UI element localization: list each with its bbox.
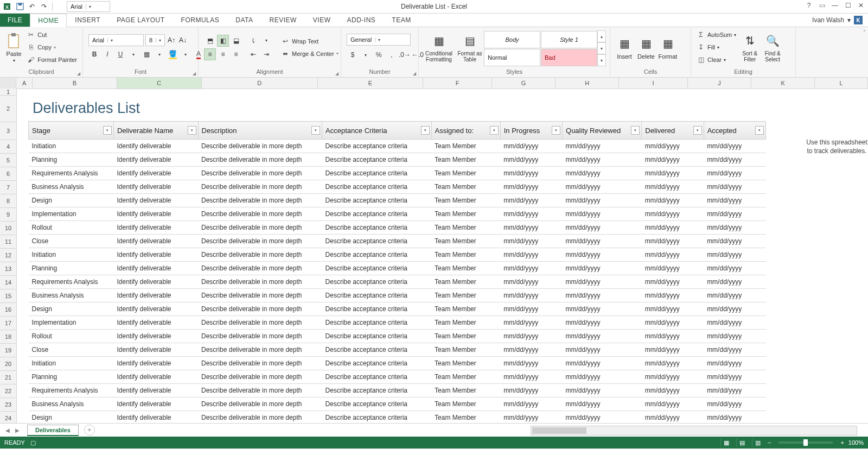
table-cell[interactable]: mm/dd/yyyy (642, 262, 704, 275)
row-header[interactable]: 15 (0, 289, 16, 303)
table-cell[interactable]: mm/dd/yyyy (500, 370, 562, 384)
row-header[interactable]: 19 (0, 344, 16, 357)
table-header[interactable]: Stage▾ (29, 122, 114, 140)
table-cell[interactable]: Close (29, 343, 114, 357)
table-cell[interactable]: mm/dd/yyyy (704, 370, 765, 384)
dialog-launcher-icon[interactable]: ◢ (77, 71, 80, 76)
table-cell[interactable]: mm/dd/yyyy (500, 153, 562, 167)
table-cell[interactable]: Describe deliverable in more depth (198, 302, 322, 316)
table-cell[interactable]: mm/dd/yyyy (563, 248, 642, 262)
new-sheet-button[interactable]: + (84, 425, 95, 436)
table-cell[interactable]: Design (29, 194, 114, 207)
row-header[interactable]: 11 (0, 235, 16, 249)
row-header[interactable]: 24 (0, 412, 16, 423)
table-cell[interactable]: Describe deliverable in more depth (198, 330, 322, 343)
tab-insert[interactable]: INSERT (67, 13, 108, 27)
table-cell[interactable]: Identify deliverable (113, 384, 198, 397)
table-cell[interactable]: Identify deliverable (113, 316, 198, 330)
fill-color-button[interactable]: 🪣 (167, 48, 178, 60)
table-row[interactable]: DesignIdentify deliverableDescribe deliv… (29, 411, 766, 424)
tab-scroll-left-icon[interactable]: ◀ (3, 426, 12, 434)
table-cell[interactable]: mm/dd/yyyy (642, 289, 704, 302)
table-cell[interactable]: mm/dd/yyyy (500, 248, 562, 262)
table-cell[interactable]: Describe deliverable in more depth (198, 140, 322, 153)
table-cell[interactable]: mm/dd/yyyy (642, 411, 704, 424)
tab-formulas[interactable]: FORMULAS (173, 13, 228, 27)
table-row[interactable]: RolloutIdentify deliverableDescribe deli… (29, 221, 766, 235)
table-row[interactable]: ImplementationIdentify deliverableDescri… (29, 316, 766, 330)
align-top-icon[interactable]: ⬒ (204, 35, 216, 47)
table-cell[interactable]: mm/dd/yyyy (642, 397, 704, 411)
tab-team[interactable]: TEAM (384, 13, 419, 27)
table-row[interactable]: Business AnalysisIdentify deliverableDes… (29, 180, 766, 194)
table-header[interactable]: In Progress▾ (500, 122, 562, 140)
table-cell[interactable]: Implementation (29, 207, 114, 221)
tab-file[interactable]: FILE (0, 14, 30, 27)
table-cell[interactable]: mm/dd/yyyy (642, 153, 704, 167)
table-cell[interactable]: Team Member (431, 289, 500, 302)
table-cell[interactable]: mm/dd/yyyy (704, 411, 765, 424)
col-header-G[interactable]: G (492, 78, 556, 89)
clear-button[interactable]: ◫Clear▾ (697, 54, 736, 65)
col-header-B[interactable]: B (33, 78, 117, 89)
table-cell[interactable]: mm/dd/yyyy (642, 235, 704, 248)
table-cell[interactable]: Describe acceptance criteria (322, 316, 431, 330)
table-cell[interactable]: Team Member (431, 343, 500, 357)
tab-view[interactable]: VIEW (305, 13, 339, 27)
view-page-break-icon[interactable]: ▥ (752, 438, 763, 447)
table-cell[interactable]: mm/dd/yyyy (642, 194, 704, 207)
undo-icon[interactable]: ↶ (27, 2, 37, 11)
comma-format-icon[interactable]: , (386, 49, 398, 61)
account-name[interactable]: Ivan Walsh▾ K (812, 16, 863, 24)
table-cell[interactable]: Describe deliverable in more depth (198, 384, 322, 397)
table-cell[interactable]: Business Analysis (29, 397, 114, 411)
decrease-font-icon[interactable]: A↓ (178, 36, 188, 44)
col-header-J[interactable]: J (688, 78, 751, 89)
table-cell[interactable]: Identify deliverable (113, 262, 198, 275)
col-header-D[interactable]: D (202, 78, 318, 89)
table-cell[interactable]: mm/dd/yyyy (642, 207, 704, 221)
table-cell[interactable]: mm/dd/yyyy (563, 343, 642, 357)
table-cell[interactable]: mm/dd/yyyy (563, 262, 642, 275)
table-cell[interactable]: mm/dd/yyyy (500, 316, 562, 330)
paste-button[interactable]: Paste▾ (3, 28, 24, 66)
table-cell[interactable]: Identify deliverable (113, 397, 198, 411)
row-header[interactable]: 17 (0, 317, 16, 330)
row-header[interactable]: 2 (0, 96, 16, 122)
format-as-table-button[interactable]: ▤Format as Table (456, 28, 484, 66)
table-cell[interactable]: Initiation (29, 248, 114, 262)
table-cell[interactable]: mm/dd/yyyy (500, 384, 562, 397)
italic-button[interactable]: I (101, 48, 113, 60)
table-row[interactable]: PlanningIdentify deliverableDescribe del… (29, 262, 766, 275)
styles-gallery-scroll[interactable]: ▴▾▾ (597, 30, 606, 66)
table-cell[interactable]: Describe deliverable in more depth (198, 275, 322, 289)
table-cell[interactable]: Describe deliverable in more depth (198, 194, 322, 207)
table-cell[interactable]: mm/dd/yyyy (642, 357, 704, 370)
row-header[interactable]: 10 (0, 222, 16, 235)
table-cell[interactable]: mm/dd/yyyy (704, 262, 765, 275)
table-cell[interactable]: Describe deliverable in more depth (198, 370, 322, 384)
align-center-icon[interactable]: ≡ (217, 48, 229, 60)
table-cell[interactable]: mm/dd/yyyy (704, 275, 765, 289)
table-cell[interactable]: mm/dd/yyyy (704, 248, 765, 262)
table-row[interactable]: PlanningIdentify deliverableDescribe del… (29, 370, 766, 384)
help-icon[interactable]: ? (804, 1, 814, 10)
ribbon-options-icon[interactable]: ▭ (817, 1, 827, 10)
delete-cells-button[interactable]: ▦Delete (635, 28, 657, 66)
table-cell[interactable]: mm/dd/yyyy (500, 275, 562, 289)
row-header[interactable]: 12 (0, 249, 16, 262)
table-cell[interactable]: Rollout (29, 330, 114, 343)
table-cell[interactable]: Rollout (29, 221, 114, 235)
table-cell[interactable]: Describe acceptance criteria (322, 275, 431, 289)
chevron-down-icon[interactable]: ▾ (86, 4, 94, 9)
align-left-icon[interactable]: ≡ (204, 48, 216, 60)
table-cell[interactable]: Identify deliverable (113, 275, 198, 289)
table-cell[interactable]: Identify deliverable (113, 153, 198, 167)
table-cell[interactable]: Identify deliverable (113, 411, 198, 424)
close-icon[interactable]: ✕ (856, 1, 866, 10)
table-cell[interactable]: Requirements Analysis (29, 384, 114, 397)
find-select-button[interactable]: 🔍Find & Select (761, 28, 784, 66)
orientation-icon[interactable]: ⤹ (247, 35, 259, 47)
filter-dropdown-icon[interactable]: ▾ (755, 126, 764, 135)
tab-add-ins[interactable]: ADD-INS (339, 13, 384, 27)
